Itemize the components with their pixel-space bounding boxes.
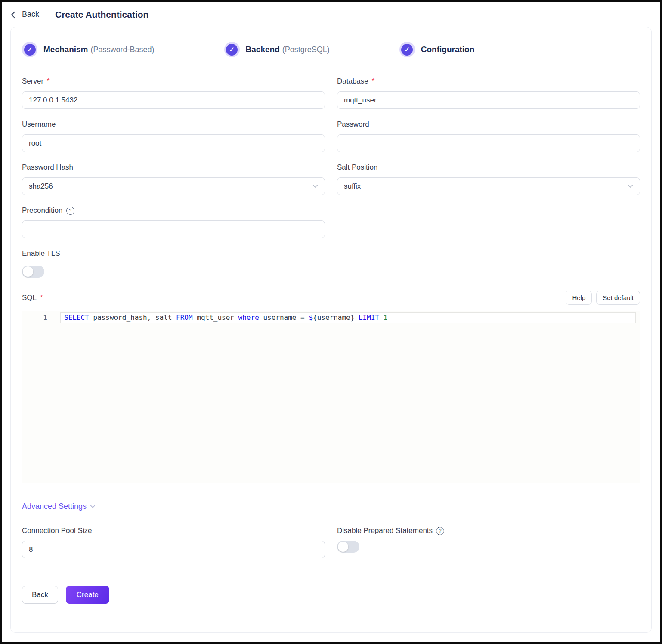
- username-field-group: Username: [22, 120, 325, 152]
- check-circle-icon: ✓: [224, 42, 240, 57]
- required-asterisk: *: [40, 294, 43, 302]
- chevron-down-icon: [90, 504, 96, 509]
- password-hash-label: Password Hash: [22, 163, 73, 172]
- required-asterisk: *: [47, 77, 50, 86]
- server-label: Server: [22, 77, 43, 86]
- step-mechanism: ✓ Mechanism(Password-Based): [22, 42, 155, 57]
- sql-section-header: SQL * Help Set default: [22, 291, 640, 305]
- enable-tls-label: Enable TLS: [22, 249, 60, 258]
- stepper-connector: [339, 50, 390, 50]
- server-field-group: Server *: [22, 77, 325, 109]
- toggle-knob: [23, 266, 33, 277]
- chevron-left-icon: [11, 11, 18, 18]
- question-icon[interactable]: ?: [66, 207, 74, 215]
- editor-gutter: 1: [22, 311, 60, 483]
- username-label: Username: [22, 120, 56, 129]
- footer-actions: Back Create: [22, 586, 640, 604]
- required-asterisk: *: [372, 77, 375, 86]
- connection-pool-size-input[interactable]: [22, 541, 325, 558]
- set-default-button[interactable]: Set default: [596, 291, 640, 305]
- chevron-down-icon: [628, 183, 633, 189]
- disable-prepared-statements-toggle[interactable]: [337, 541, 359, 553]
- chevron-down-icon: [312, 183, 318, 189]
- title-divider: [47, 10, 47, 19]
- disable-prepared-statements-field-group: Disable Prepared Statements ?: [337, 526, 640, 558]
- step-mechanism-label: Mechanism: [43, 45, 88, 54]
- precondition-label: Precondition: [22, 206, 63, 215]
- username-input[interactable]: [22, 134, 325, 152]
- check-circle-icon: ✓: [22, 42, 37, 57]
- enable-tls-field-group: Enable TLS: [22, 249, 640, 278]
- server-input[interactable]: [22, 91, 325, 109]
- password-hash-value: sha256: [29, 182, 53, 191]
- create-authentication-card: ✓ Mechanism(Password-Based) ✓ Backend(Po…: [10, 27, 652, 633]
- stepper-connector: [164, 50, 215, 50]
- database-label: Database: [337, 77, 368, 86]
- advanced-settings-toggle[interactable]: Advanced Settings: [22, 502, 96, 511]
- back-button[interactable]: Back: [22, 586, 58, 604]
- back-nav[interactable]: Back: [12, 10, 39, 19]
- password-hash-field-group: Password Hash sha256: [22, 163, 325, 195]
- sql-code-line: SELECT password_hash, salt FROM mqtt_use…: [60, 312, 636, 323]
- enable-tls-toggle[interactable]: [22, 266, 44, 278]
- password-field-group: Password: [337, 120, 640, 152]
- salt-position-select[interactable]: suffix: [337, 177, 640, 195]
- step-backend-label: Backend: [246, 45, 280, 54]
- disable-prepared-statements-label: Disable Prepared Statements: [337, 526, 433, 535]
- connection-pool-size-field-group: Connection Pool Size: [22, 526, 325, 558]
- precondition-input[interactable]: [22, 220, 325, 238]
- password-label: Password: [337, 120, 369, 129]
- database-input[interactable]: [337, 91, 640, 109]
- check-circle-icon: ✓: [399, 42, 415, 57]
- line-number: 1: [43, 313, 47, 322]
- sql-label: SQL: [22, 294, 37, 302]
- back-nav-label[interactable]: Back: [22, 10, 39, 19]
- question-icon[interactable]: ?: [436, 527, 444, 535]
- salt-position-label: Salt Position: [337, 163, 378, 172]
- sql-code-editor[interactable]: 1 SELECT password_hash, salt FROM mqtt_u…: [22, 311, 640, 483]
- precondition-field-group: Precondition ?: [22, 206, 325, 238]
- page-title: Create Authentication: [55, 9, 148, 20]
- password-input[interactable]: [337, 134, 640, 152]
- stepper: ✓ Mechanism(Password-Based) ✓ Backend(Po…: [22, 42, 640, 57]
- toggle-knob: [338, 542, 348, 552]
- editor-scrollbar[interactable]: [636, 312, 636, 482]
- step-configuration-label: Configuration: [421, 45, 475, 54]
- step-backend: ✓ Backend(PostgreSQL): [224, 42, 330, 57]
- advanced-settings-label: Advanced Settings: [22, 502, 87, 511]
- salt-position-field-group: Salt Position suffix: [337, 163, 640, 195]
- step-backend-sub: (PostgreSQL): [282, 45, 330, 54]
- create-button[interactable]: Create: [66, 586, 109, 604]
- database-field-group: Database *: [337, 77, 640, 109]
- salt-position-value: suffix: [344, 182, 361, 191]
- help-button[interactable]: Help: [566, 291, 592, 305]
- top-bar: Back Create Authentication: [2, 2, 660, 25]
- step-mechanism-sub: (Password-Based): [90, 45, 154, 54]
- step-configuration: ✓ Configuration: [399, 42, 475, 57]
- connection-pool-size-label: Connection Pool Size: [22, 526, 92, 535]
- password-hash-select[interactable]: sha256: [22, 177, 325, 195]
